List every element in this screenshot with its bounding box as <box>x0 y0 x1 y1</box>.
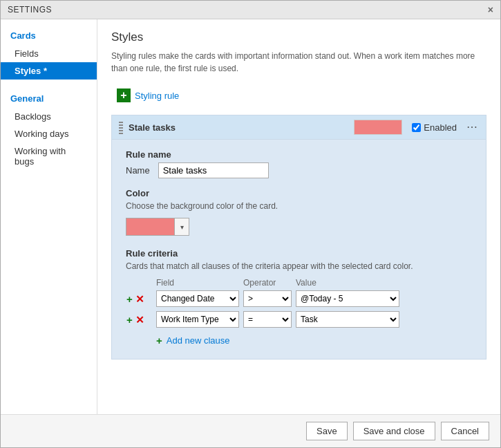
dialog-body: Cards Fields Styles * General Backlogs W… <box>1 19 500 414</box>
rule-name-heading: Rule name <box>126 149 472 160</box>
value-select-row2[interactable]: Task Bug User Story Feature <box>296 311 399 328</box>
add-new-clause-button[interactable]: + Add new clause <box>156 332 230 349</box>
sidebar-item-cards[interactable]: Cards <box>1 26 97 45</box>
col-header-operator: Operator <box>243 278 292 288</box>
sidebar-item-styles[interactable]: Styles * <box>1 62 97 80</box>
criteria-row: + ✕ Changed Date Work Item Type State Ti… <box>126 290 472 307</box>
color-description: Choose the background color of the card. <box>126 201 472 211</box>
field-select-row1[interactable]: Changed Date Work Item Type State Title <box>156 290 239 307</box>
sidebar-item-general[interactable]: General <box>1 89 97 108</box>
enabled-checkbox-label[interactable]: Enabled <box>412 122 457 133</box>
criteria-heading: Rule criteria <box>126 248 472 259</box>
add-clause-label: Add new clause <box>167 335 230 346</box>
footer: Save Save and close Cancel <box>1 414 500 447</box>
remove-clause-row1-button[interactable]: ✕ <box>135 293 145 305</box>
sidebar-item-working-days[interactable]: Working days <box>1 125 97 142</box>
close-button[interactable]: × <box>488 5 493 15</box>
criteria-description: Cards that match all clauses of the crit… <box>126 261 472 271</box>
more-options-button[interactable]: ⋯ <box>465 122 479 133</box>
color-picker-row: ▾ <box>126 218 472 236</box>
col-header-field: Field <box>156 278 239 288</box>
criteria-column-headers: Field Operator Value <box>126 278 472 288</box>
sidebar-item-fields[interactable]: Fields <box>1 45 97 62</box>
add-styling-rule-button[interactable]: + Styling rule <box>111 86 185 105</box>
remove-clause-row2-button[interactable]: ✕ <box>135 314 145 326</box>
operator-select-row2[interactable]: > < = != >= <= <box>243 311 292 328</box>
add-clause-icon: + <box>156 335 162 346</box>
color-dropdown-button[interactable]: ▾ <box>174 218 189 236</box>
sidebar-item-backlogs[interactable]: Backlogs <box>1 108 97 125</box>
title-bar: SETTINGS × <box>1 1 500 19</box>
name-row: Name <box>126 162 472 178</box>
page-description: Styling rules make the cards with import… <box>111 50 486 75</box>
name-label: Name <box>126 165 150 176</box>
rule-header: Stale tasks Enabled ⋯ <box>112 115 486 140</box>
rule-name-input[interactable] <box>158 162 269 178</box>
criteria-row: + ✕ Changed Date Work Item Type State Ti… <box>126 311 472 328</box>
enabled-checkbox[interactable] <box>412 123 421 132</box>
col-header-value: Value <box>296 278 399 288</box>
rule-body: Rule name Name Color Choose the backgrou… <box>112 140 486 359</box>
operator-select-row1[interactable]: > < = != >= <= <box>243 290 292 307</box>
enabled-label: Enabled <box>424 122 457 133</box>
rule-color-swatch-small[interactable] <box>354 120 402 135</box>
cancel-button[interactable]: Cancel <box>441 422 489 440</box>
add-rule-label: Styling rule <box>135 91 179 101</box>
save-close-button[interactable]: Save and close <box>353 422 435 440</box>
page-title: Styles <box>111 30 486 44</box>
save-button[interactable]: Save <box>306 422 348 440</box>
add-clause-row2-button[interactable]: + <box>126 314 133 326</box>
drag-handle[interactable] <box>119 120 123 134</box>
settings-dialog: SETTINGS × Cards Fields Styles * General… <box>0 0 501 448</box>
sidebar: Cards Fields Styles * General Backlogs W… <box>1 19 97 414</box>
main-content: Styles Styling rules make the cards with… <box>97 19 500 414</box>
rule-card: Stale tasks Enabled ⋯ Rule name Name <box>111 115 486 360</box>
row-icons: + ✕ <box>126 314 152 326</box>
add-clause-row1-button[interactable]: + <box>126 293 133 305</box>
field-select-row2[interactable]: Changed Date Work Item Type State Title <box>156 311 239 328</box>
row-icons: + ✕ <box>126 293 152 305</box>
rule-title: Stale tasks <box>129 122 354 133</box>
color-swatch-large[interactable] <box>126 218 174 236</box>
sidebar-item-working-with-bugs[interactable]: Working with bugs <box>1 142 97 170</box>
add-icon: + <box>117 88 131 102</box>
value-select-row1[interactable]: @Today - 5 @Today @Today - 1 @Today - 7 <box>296 290 399 307</box>
dialog-title: SETTINGS <box>8 5 52 15</box>
color-heading: Color <box>126 188 472 198</box>
